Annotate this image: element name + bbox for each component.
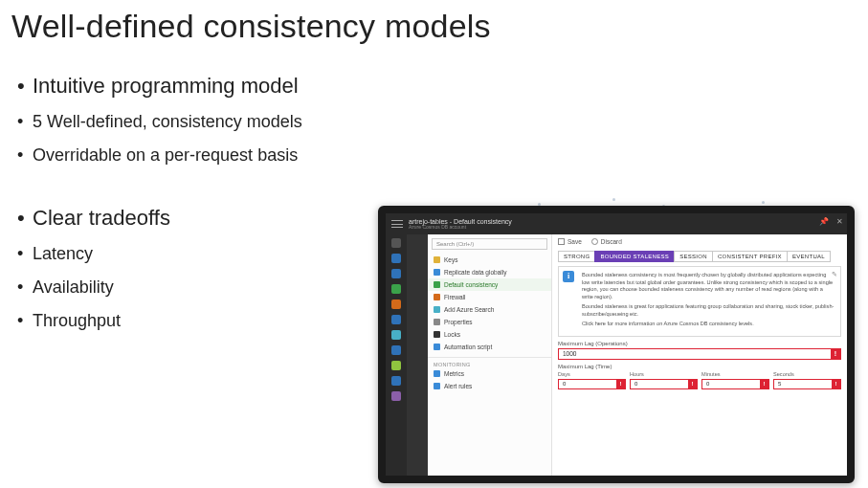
menu-label: Locks <box>444 331 460 338</box>
discard-button[interactable]: Discard <box>591 238 622 245</box>
tab-strong[interactable]: STRONG <box>558 251 595 262</box>
rail-plus-icon[interactable] <box>391 238 401 248</box>
menu-default-consistency[interactable]: Default consistency <box>428 278 551 291</box>
menu-label: Firewall <box>444 294 465 300</box>
menu-properties[interactable]: Properties <box>428 316 551 328</box>
menu-locks[interactable]: Locks <box>428 328 551 341</box>
info-panel: i ✎ Bounded staleness consistency is mos… <box>558 266 841 337</box>
hours-input[interactable]: 0! <box>630 379 698 389</box>
input-value: 0 <box>563 381 566 387</box>
sub-label: Seconds <box>773 371 841 377</box>
warning-icon: ! <box>688 380 697 388</box>
max-lag-operations-field: Maximum Lag (Operations) 1000 ! <box>558 341 841 360</box>
tab-session[interactable]: SESSION <box>674 251 713 262</box>
tab-eventual[interactable]: EVENTUAL <box>787 251 831 262</box>
menu-label: Keys <box>444 256 457 263</box>
sub-label: Hours <box>630 371 698 377</box>
menu-label: Metrics <box>444 370 464 377</box>
rail-icon[interactable] <box>391 361 401 370</box>
rail-icon[interactable] <box>391 284 401 294</box>
max-lag-time-field: Maximum Lag (Time) Days 0! Hours 0! Minu… <box>558 364 841 389</box>
info-icon: i <box>563 271 574 282</box>
input-value: 0 <box>634 381 637 387</box>
rail-icon[interactable] <box>391 345 401 355</box>
save-label: Save <box>568 238 582 245</box>
hamburger-icon[interactable] <box>391 220 403 228</box>
pin-icon[interactable]: 📌 <box>819 217 829 226</box>
tab-consistent-prefix[interactable]: CONSISTENT PREFIX <box>712 251 788 262</box>
rail-icon[interactable] <box>391 269 401 278</box>
warning-icon: ! <box>831 349 840 359</box>
menu-alerts[interactable]: Alert rules <box>428 380 551 392</box>
menu-keys[interactable]: Keys <box>428 254 551 266</box>
field-label: Maximum Lag (Operations) <box>558 341 841 346</box>
days-input[interactable]: 0! <box>558 379 626 389</box>
field-label: Maximum Lag (Time) <box>558 364 841 369</box>
days-field: Days 0! <box>558 371 626 389</box>
info-text-3: Click here for more information on Azure… <box>582 321 835 328</box>
minutes-input[interactable]: 0! <box>701 379 769 389</box>
blade-subtitle: Azure Cosmos DB account <box>409 225 512 230</box>
minutes-field: Minutes 0! <box>701 371 769 389</box>
discard-label: Discard <box>601 238 622 245</box>
menu-label: Default consistency <box>444 281 498 288</box>
blade-main: Save Discard STRONG BOUNDED STALENESS SE… <box>552 234 847 476</box>
rail-icon[interactable] <box>391 315 401 324</box>
sub-label: Days <box>558 371 626 377</box>
service-rail <box>386 234 407 476</box>
menu-label: Replicate data globally <box>444 269 506 276</box>
rail-icon[interactable] <box>391 299 401 309</box>
rail-icon[interactable] <box>391 330 401 340</box>
azure-portal-screenshot: artrejo-tables - Default consistency Azu… <box>378 206 855 483</box>
menu-firewall[interactable]: Firewall <box>428 291 551 303</box>
info-text-2: Bounded staleness is great for applicati… <box>582 303 835 318</box>
discard-icon <box>591 238 598 245</box>
menu-label: Properties <box>444 319 473 325</box>
sub-label: Minutes <box>701 371 769 377</box>
tab-bounded-staleness[interactable]: BOUNDED STALENESS <box>594 251 675 262</box>
menu-label: Add Azure Search <box>444 306 494 313</box>
info-text-1: Bounded staleness consistency is most fr… <box>582 272 835 300</box>
menu-add-search[interactable]: Add Azure Search <box>428 303 551 316</box>
warning-icon: ! <box>616 380 625 388</box>
edit-icon[interactable]: ✎ <box>832 270 837 278</box>
input-value: 1000 <box>563 350 576 357</box>
menu-label: Automation script <box>444 344 492 350</box>
warning-icon: ! <box>832 380 840 388</box>
portal-topbar: artrejo-tables - Default consistency Azu… <box>386 213 847 234</box>
save-button[interactable]: Save <box>558 238 582 245</box>
input-value: 0 <box>706 381 709 387</box>
command-bar: Save Discard <box>558 238 841 245</box>
menu-section-monitoring: Monitoring <box>428 360 551 367</box>
warning-icon: ! <box>760 380 768 388</box>
rail-icon[interactable] <box>391 254 401 263</box>
menu-metrics[interactable]: Metrics <box>428 367 551 380</box>
bullet-a2: 5 Well-defined, consistency models <box>11 112 857 132</box>
favorites-rail <box>407 234 428 476</box>
close-icon[interactable]: ✕ <box>836 217 843 226</box>
bullet-a3: Overridable on a per-request basis <box>11 145 857 166</box>
slide-title: Well-defined consistency models <box>11 8 857 45</box>
menu-label: Alert rules <box>444 383 472 389</box>
save-icon <box>558 238 565 245</box>
menu-replicate[interactable]: Replicate data globally <box>428 266 551 278</box>
resource-search[interactable]: Search (Ctrl+/) <box>432 238 547 250</box>
bullet-a1: Intuitive programming model <box>11 74 857 99</box>
hours-field: Hours 0! <box>630 371 698 389</box>
seconds-field: Seconds 5! <box>773 371 841 389</box>
input-value: 5 <box>778 381 781 387</box>
consistency-tabs: STRONG BOUNDED STALENESS SESSION CONSIST… <box>558 251 841 262</box>
bullet-list-a: Intuitive programming model 5 Well-defin… <box>11 74 857 166</box>
resource-menu: Search (Ctrl+/) Keys Replicate data glob… <box>428 234 552 476</box>
rail-icon[interactable] <box>391 391 401 401</box>
rail-icon[interactable] <box>391 376 401 386</box>
max-lag-operations-input[interactable]: 1000 ! <box>558 348 841 360</box>
seconds-input[interactable]: 5! <box>773 379 841 389</box>
menu-automation[interactable]: Automation script <box>428 341 551 353</box>
